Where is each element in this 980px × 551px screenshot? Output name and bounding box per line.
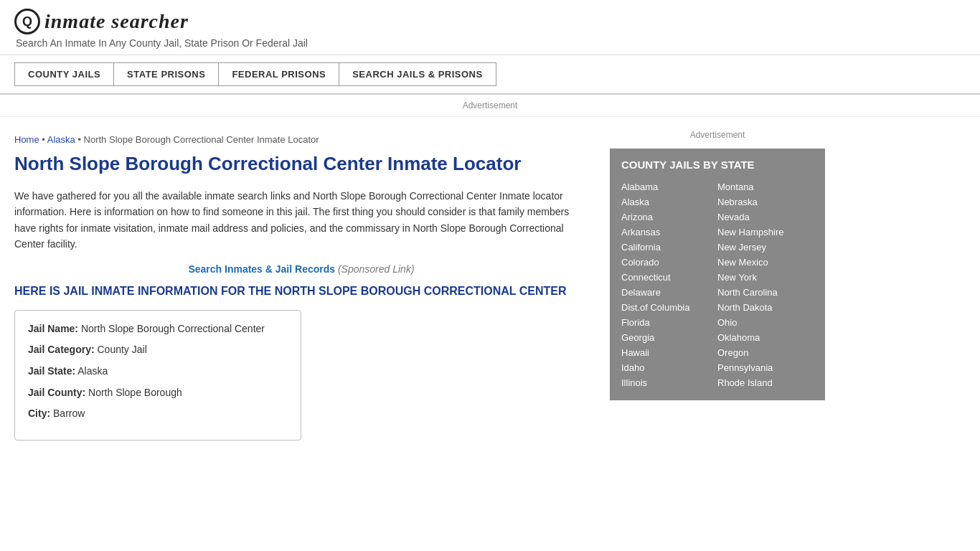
state-link-north-carolina[interactable]: North Carolina — [717, 285, 814, 300]
breadcrumb-current: North Slope Borough Correctional Center … — [84, 134, 319, 145]
jail-state-row: Jail State: Alaska — [28, 364, 288, 379]
state-grid: AlabamaAlaskaArizonaArkansasCaliforniaCo… — [621, 179, 814, 390]
jail-city-label: City: — [28, 408, 50, 419]
state-link-new-mexico[interactable]: New Mexico — [717, 255, 814, 270]
state-link-arkansas[interactable]: Arkansas — [621, 225, 717, 240]
state-col2: MontanaNebraskaNevadaNew HampshireNew Je… — [717, 179, 814, 390]
state-link-connecticut[interactable]: Connecticut — [621, 270, 717, 285]
jail-category-row: Jail Category: County Jail — [28, 343, 288, 357]
nav-state-prisons-button[interactable]: STATE PRISONS — [114, 62, 219, 86]
state-link-florida[interactable]: Florida — [621, 315, 717, 330]
jail-city-row: City: Barrow — [28, 407, 288, 421]
state-link-alaska[interactable]: Alaska — [621, 194, 717, 209]
state-link-north-dakota[interactable]: North Dakota — [717, 300, 814, 315]
state-col1: AlabamaAlaskaArizonaArkansasCaliforniaCo… — [621, 179, 717, 390]
logo-icon: Q — [14, 9, 40, 34]
body-text: We have gathered for you all the availab… — [14, 188, 588, 253]
nav: COUNTY JAILS STATE PRISONS FEDERAL PRISO… — [0, 55, 980, 95]
breadcrumb-sep1: • — [39, 134, 47, 145]
state-link-new-york[interactable]: New York — [717, 270, 814, 285]
breadcrumb-home-link[interactable]: Home — [14, 134, 39, 145]
ad-banner: Advertisement — [0, 95, 980, 117]
state-link-pennsylvania[interactable]: Pennsylvania — [717, 360, 814, 375]
jail-county-value: North Slope Borough — [88, 387, 182, 398]
state-link-new-hampshire[interactable]: New Hampshire — [717, 225, 814, 240]
state-link-georgia[interactable]: Georgia — [621, 330, 717, 345]
section-heading: HERE IS JAIL INMATE INFORMATION FOR THE … — [14, 283, 588, 299]
state-link-ohio[interactable]: Ohio — [717, 315, 814, 330]
jail-county-row: Jail County: North Slope Borough — [28, 386, 288, 400]
nav-county-jails-button[interactable]: COUNTY JAILS — [14, 62, 114, 86]
logo-area: Q inmate searcher — [14, 9, 966, 34]
state-link-oklahoma[interactable]: Oklahoma — [717, 330, 814, 345]
state-link-rhode-island[interactable]: Rhode Island — [717, 375, 814, 390]
state-link-arizona[interactable]: Arizona — [621, 209, 717, 225]
jail-name-row: Jail Name: North Slope Borough Correctio… — [28, 322, 288, 336]
breadcrumb-alaska-link[interactable]: Alaska — [47, 134, 75, 145]
header: Q inmate searcher Search An Inmate In An… — [0, 0, 980, 55]
jail-name-label: Jail Name: — [28, 323, 78, 334]
sponsored-link-anchor[interactable]: Search Inmates & Jail Records — [188, 263, 335, 275]
state-link-delaware[interactable]: Delaware — [621, 285, 717, 300]
nav-search-jails-button[interactable]: SEARCH JAILS & PRISONS — [339, 62, 496, 86]
page-title: North Slope Borough Correctional Center … — [14, 152, 588, 176]
jail-county-label: Jail County: — [28, 387, 85, 398]
breadcrumb: Home • Alaska • North Slope Borough Corr… — [14, 124, 588, 152]
state-link-new-jersey[interactable]: New Jersey — [717, 240, 814, 255]
state-link-alabama[interactable]: Alabama — [621, 179, 717, 194]
content-area: Home • Alaska • North Slope Borough Corr… — [0, 117, 980, 455]
sidebar: Advertisement COUNTY JAILS BY STATE Alab… — [603, 117, 825, 455]
state-link-hawaii[interactable]: Hawaii — [621, 345, 717, 360]
state-link-colorado[interactable]: Colorado — [621, 255, 717, 270]
main-content: Home • Alaska • North Slope Borough Corr… — [14, 117, 603, 455]
state-link-oregon[interactable]: Oregon — [717, 345, 814, 360]
state-link-nebraska[interactable]: Nebraska — [717, 194, 814, 209]
sidebar-ad: Advertisement — [610, 124, 825, 149]
state-link-dist.of-columbia[interactable]: Dist.of Columbia — [621, 300, 717, 315]
state-link-california[interactable]: California — [621, 240, 717, 255]
state-link-nevada[interactable]: Nevada — [717, 209, 814, 225]
jail-category-label: Jail Category: — [28, 344, 95, 355]
state-box: COUNTY JAILS BY STATE AlabamaAlaskaArizo… — [610, 149, 825, 400]
breadcrumb-sep2: • — [75, 134, 84, 145]
state-box-title: COUNTY JAILS BY STATE — [621, 159, 814, 171]
jail-state-value: Alaska — [77, 365, 108, 377]
sponsored-link: Search Inmates & Jail Records (Sponsored… — [14, 263, 588, 275]
nav-buttons: COUNTY JAILS STATE PRISONS FEDERAL PRISO… — [14, 62, 966, 86]
jail-city-value: Barrow — [53, 408, 85, 419]
logo-text: inmate searcher — [44, 10, 189, 33]
jail-category-value: County Jail — [97, 344, 146, 355]
state-link-idaho[interactable]: Idaho — [621, 360, 717, 375]
state-link-illinois[interactable]: Illinois — [621, 375, 717, 390]
tagline: Search An Inmate In Any County Jail, Sta… — [16, 37, 966, 49]
jail-info-box: Jail Name: North Slope Borough Correctio… — [14, 310, 301, 441]
nav-federal-prisons-button[interactable]: FEDERAL PRISONS — [219, 62, 339, 86]
jail-state-label: Jail State: — [28, 365, 75, 377]
jail-name-value: North Slope Borough Correctional Center — [81, 323, 265, 334]
state-link-montana[interactable]: Montana — [717, 179, 814, 194]
sponsored-suffix: (Sponsored Link) — [335, 263, 415, 275]
